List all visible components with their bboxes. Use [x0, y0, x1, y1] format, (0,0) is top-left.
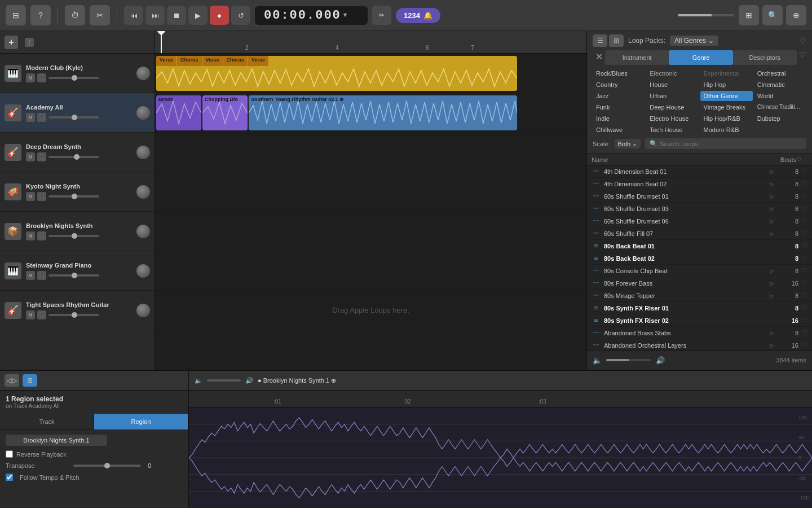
loop-play-2[interactable]: ▷: [767, 192, 776, 201]
loop-heart-12[interactable]: ♡: [798, 317, 807, 324]
loop-item-3[interactable]: 〰 60s Shuffle Drumset 03 ▷ 8 ♡: [587, 203, 812, 215]
track-fader-1[interactable]: [48, 77, 99, 79]
track-mute-1[interactable]: M: [26, 73, 35, 82]
share-button[interactable]: ⊕: [786, 5, 806, 25]
genre-house[interactable]: House: [646, 80, 699, 90]
loop-play-0[interactable]: ▷: [767, 167, 776, 176]
loop-browser-close[interactable]: ✕: [593, 50, 605, 63]
loop-play-1[interactable]: ▷: [767, 179, 776, 189]
track-mute-2[interactable]: M: [26, 113, 35, 122]
track-item-7[interactable]: 🎸 Tight Spaces Rhythm Guitar M 🎧: [0, 291, 155, 330]
time-dropdown[interactable]: ▼: [343, 12, 348, 19]
track-headphone-2[interactable]: 🎧: [37, 113, 46, 122]
track-item-1[interactable]: 🎹 Modern Club (Kyle) M 🎧: [0, 54, 155, 93]
track-fader-5[interactable]: [48, 235, 99, 237]
track-item-2[interactable]: 🎸 Academy All M 🎧: [0, 93, 155, 133]
loop-item-13[interactable]: 〰 Abandoned Brass Stabs ▷ 8 ♡: [587, 327, 812, 339]
loop-play-8[interactable]: ▷: [767, 266, 776, 275]
genre-funk[interactable]: Funk: [593, 102, 645, 112]
track-item-6[interactable]: 🎹 Steinway Grand Piano M 🎧: [0, 251, 155, 291]
region-academy-brook[interactable]: Brook: [156, 95, 201, 130]
loop-play-10[interactable]: ▷: [767, 291, 776, 300]
track-mute-6[interactable]: M: [26, 271, 35, 280]
track-volume-knob-4[interactable]: [136, 185, 150, 199]
save-button[interactable]: ⊟: [6, 5, 26, 25]
genre-dubstep[interactable]: Dubstep: [754, 113, 806, 124]
master-volume-slider[interactable]: [678, 14, 734, 16]
genre-electro-house[interactable]: Electro House: [646, 113, 699, 124]
track-volume-knob-6[interactable]: [136, 264, 150, 278]
genre-orchestral[interactable]: Orchestral: [754, 68, 806, 78]
loop-item-9[interactable]: 〰 80s Forever Bass ▷ 16 ♡: [587, 277, 812, 290]
genre-deep-house[interactable]: Deep House: [646, 102, 699, 112]
loop-heart-7[interactable]: ♡: [798, 255, 807, 262]
playhead[interactable]: [161, 31, 162, 53]
loop-item-14[interactable]: 〰 Abandoned Orchestral Layers ▷ 16 ♡: [587, 339, 812, 350]
genre-tech-house[interactable]: Tech House: [646, 125, 699, 135]
track-headphone-4[interactable]: 🎧: [37, 192, 46, 201]
tab-descriptors[interactable]: Descriptors: [733, 50, 797, 65]
loop-heart-10[interactable]: ♡: [798, 292, 807, 299]
genre-modern-rnb[interactable]: Modern R&B: [700, 125, 753, 135]
loop-item-7[interactable]: ≋ 80s Back Beat 02 8 ♡: [587, 252, 812, 265]
loop-button[interactable]: ↺: [231, 6, 250, 25]
play-button[interactable]: ▶: [188, 6, 208, 25]
loop-heart-3[interactable]: ♡: [798, 205, 807, 212]
track-item-3[interactable]: 🎸 Deep Dream Synth M 🎧: [0, 133, 155, 172]
loop-heart-8[interactable]: ♡: [798, 267, 807, 274]
transpose-slider[interactable]: [73, 465, 141, 467]
track-fader-4[interactable]: [48, 195, 99, 198]
add-track-button[interactable]: +: [5, 36, 18, 49]
track-header-collapse[interactable]: ⟨: [25, 38, 34, 47]
search-input[interactable]: [660, 141, 802, 147]
loop-item-0[interactable]: 〰 4th Dimension Beat 01 ▷ 8 ♡: [587, 165, 812, 178]
region-southern-twang[interactable]: Southern Twang Rhythm Guitar 02.1 ⊕: [249, 95, 517, 130]
loop-heart-9[interactable]: ♡: [798, 279, 807, 287]
loop-heart-0[interactable]: ♡: [798, 168, 807, 175]
track-mute-7[interactable]: M: [26, 310, 35, 319]
track-fader-6[interactable]: [48, 274, 99, 277]
track-volume-knob-5[interactable]: [136, 225, 150, 238]
genre-urban[interactable]: Urban: [646, 91, 699, 101]
genre-experimental[interactable]: Experimental: [700, 68, 753, 78]
help-button[interactable]: ?: [30, 5, 51, 25]
track-headphone-6[interactable]: 🎧: [37, 271, 46, 280]
genre-chinese-traditional[interactable]: Chinese Traditional: [754, 102, 806, 112]
track-fader-3[interactable]: [48, 156, 99, 158]
loop-browser-heart[interactable]: ♡: [799, 36, 806, 45]
tab-genre[interactable]: Genre: [669, 50, 732, 65]
region-name-box[interactable]: Brooklyn Nights Synth.1: [6, 435, 107, 446]
follow-tempo-checkbox[interactable]: [6, 474, 13, 481]
track-headphone-1[interactable]: 🎧: [37, 73, 46, 82]
track-item-4[interactable]: 🪗 Kyoto Night Synth M 🎧: [0, 172, 155, 212]
loop-heart-1[interactable]: ♡: [798, 180, 807, 187]
loop-item-11[interactable]: ≋ 80s Synth FX Riser 01 8 ♡: [587, 302, 812, 314]
fast-forward-button[interactable]: ⏭: [145, 6, 165, 25]
loop-heart-11[interactable]: ♡: [798, 304, 807, 312]
genre-hip-hop[interactable]: Hip Hop: [700, 80, 753, 90]
track-fader-7[interactable]: [48, 314, 99, 316]
loop-tab-heart[interactable]: ♡: [799, 50, 806, 65]
loop-heart-13[interactable]: ♡: [798, 329, 807, 336]
loop-item-2[interactable]: 〰 60s Shuffle Drumset 01 ▷ 8 ♡: [587, 190, 812, 203]
genre-hip-hop-rnb[interactable]: Hip Hop/R&B: [700, 113, 753, 124]
loop-item-1[interactable]: 〰 4th Dimension Beat 02 ▷ 8 ♡: [587, 178, 812, 190]
track-mute-4[interactable]: M: [26, 192, 35, 201]
track-headphone-5[interactable]: 🎧: [37, 231, 46, 240]
loop-item-12[interactable]: ≋ 80s Synth FX Riser 02 16 ♡: [587, 314, 812, 327]
loop-view-list[interactable]: ☰: [593, 34, 607, 47]
loop-genre-selector[interactable]: All Genres ⌄: [670, 36, 718, 46]
genre-cinematic[interactable]: Cinematic: [754, 80, 806, 90]
loop-item-4[interactable]: 〰 60s Shuffle Drumset 06 ▷ 8 ♡: [587, 215, 812, 227]
record-button[interactable]: ●: [210, 6, 229, 25]
loop-item-6[interactable]: ≋ 80s Back Beat 01 8 ♡: [587, 240, 812, 252]
loop-item-5[interactable]: 〰 60s Shuffle Fill 07 ▷ 8 ♡: [587, 227, 812, 240]
loop-item-10[interactable]: 〰 80s Mirage Topper ▷ 8 ♡: [587, 290, 812, 302]
stop-button[interactable]: ⏹: [167, 6, 186, 25]
footer-volume-icon[interactable]: 🔈: [593, 356, 602, 365]
loop-heart-5[interactable]: ♡: [798, 230, 807, 237]
waveform-vol-slider[interactable]: [207, 379, 241, 382]
genre-country[interactable]: Country: [593, 80, 645, 90]
track-volume-knob-2[interactable]: [136, 106, 150, 120]
genre-vintage-breaks[interactable]: Vintage Breaks: [700, 102, 753, 112]
